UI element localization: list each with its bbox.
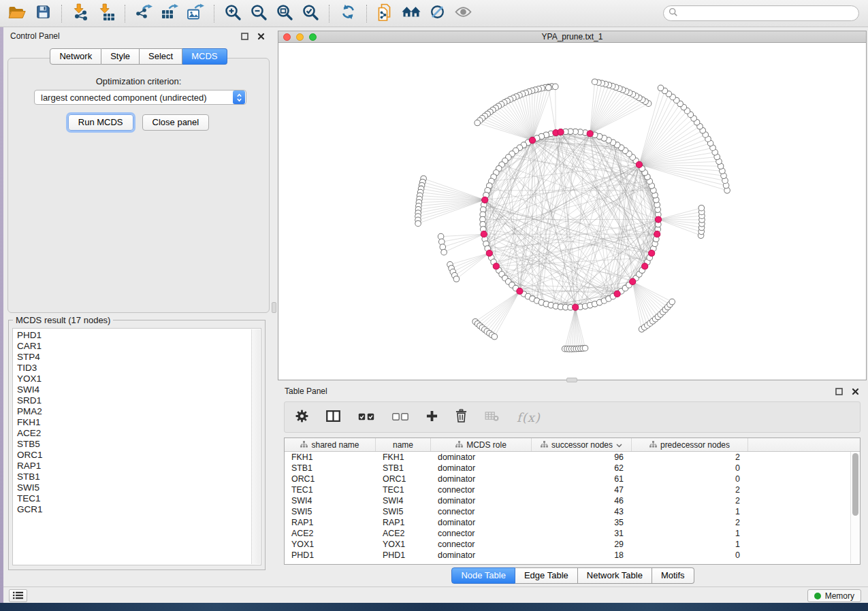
search-box[interactable] bbox=[663, 5, 859, 21]
close-panel-button[interactable]: Close panel bbox=[142, 114, 210, 131]
search-input[interactable] bbox=[681, 7, 858, 20]
network-node-mcds[interactable] bbox=[558, 129, 564, 135]
network-node-mcds[interactable] bbox=[493, 263, 499, 269]
network-node[interactable] bbox=[553, 84, 559, 90]
mcds-result-item[interactable]: STP4 bbox=[17, 352, 261, 363]
network-node-mcds[interactable] bbox=[481, 231, 487, 237]
show-all-networks-button[interactable] bbox=[400, 3, 422, 24]
network-node-mcds[interactable] bbox=[649, 250, 655, 256]
mcds-result-item[interactable]: STB5 bbox=[17, 439, 261, 450]
network-node-mcds[interactable] bbox=[529, 137, 535, 143]
export-table-button[interactable] bbox=[159, 3, 180, 24]
network-node[interactable] bbox=[441, 249, 447, 255]
tab-network-table[interactable]: Network Table bbox=[578, 567, 652, 584]
mcds-result-item[interactable]: SWI4 bbox=[17, 384, 261, 395]
network-node[interactable] bbox=[669, 299, 675, 305]
tab-style[interactable]: Style bbox=[101, 48, 140, 65]
network-node[interactable] bbox=[592, 79, 598, 85]
network-node[interactable] bbox=[658, 85, 664, 91]
network-node[interactable] bbox=[415, 220, 421, 227]
column-header-shared-name[interactable]: shared name bbox=[285, 438, 376, 451]
mcds-result-item[interactable]: FKH1 bbox=[17, 417, 261, 428]
import-table-button[interactable] bbox=[95, 3, 117, 24]
column-header-MCDS-role[interactable]: MCDS role bbox=[431, 438, 532, 451]
new-network-from-selection-button[interactable] bbox=[374, 3, 396, 24]
deselect-all-button[interactable] bbox=[392, 411, 408, 423]
network-node-mcds[interactable] bbox=[517, 288, 523, 294]
network-node-mcds[interactable] bbox=[486, 250, 492, 256]
mcds-result-item[interactable]: ACE2 bbox=[17, 428, 261, 439]
mcds-result-item[interactable]: PMA2 bbox=[17, 406, 261, 417]
network-node[interactable] bbox=[439, 239, 445, 245]
tab-node-table[interactable]: Node Table bbox=[451, 567, 515, 584]
network-node[interactable] bbox=[492, 333, 498, 340]
network-node-mcds[interactable] bbox=[587, 131, 593, 137]
column-header-successor-nodes[interactable]: successor nodes bbox=[532, 438, 632, 451]
memory-button[interactable]: Memory bbox=[807, 589, 861, 602]
float-panel-icon[interactable] bbox=[238, 31, 251, 42]
tab-network[interactable]: Network bbox=[50, 48, 101, 65]
run-mcds-button[interactable]: Run MCDS bbox=[68, 114, 133, 131]
export-network-button[interactable] bbox=[133, 3, 155, 24]
table-row[interactable]: RAP1RAP1dominator352 bbox=[285, 517, 860, 528]
network-node[interactable] bbox=[475, 120, 481, 126]
network-node-mcds[interactable] bbox=[573, 304, 579, 310]
table-scrollbar-thumb[interactable] bbox=[852, 453, 858, 516]
network-node[interactable] bbox=[453, 276, 460, 282]
table-row[interactable]: SWI5SWI5connector431 bbox=[285, 506, 860, 517]
network-node-mcds[interactable] bbox=[482, 197, 488, 203]
toggle-graphics-details-button[interactable] bbox=[426, 3, 448, 24]
tab-motifs[interactable]: Motifs bbox=[652, 567, 694, 584]
tab-select[interactable]: Select bbox=[140, 48, 182, 65]
export-image-button[interactable] bbox=[184, 3, 206, 24]
table-scrollbar[interactable] bbox=[850, 452, 860, 563]
tab-edge-table[interactable]: Edge Table bbox=[515, 567, 578, 584]
network-window-titlebar[interactable]: YPA_prune.txt_1 bbox=[278, 31, 867, 43]
split-panel-button[interactable] bbox=[326, 410, 340, 425]
table-row[interactable]: YOX1YOX1connector291 bbox=[285, 539, 860, 550]
network-node-mcds[interactable] bbox=[614, 291, 620, 297]
table-row[interactable]: SWI4SWI4dominator462 bbox=[285, 495, 860, 506]
table-row[interactable]: ORC1ORC1dominator610 bbox=[285, 474, 860, 484]
float-table-panel-icon[interactable] bbox=[833, 386, 845, 397]
mcds-result-item[interactable]: ORC1 bbox=[17, 450, 261, 461]
network-node-mcds[interactable] bbox=[654, 231, 660, 237]
mcds-list-scrollbar[interactable] bbox=[251, 329, 260, 564]
mcds-result-item[interactable]: YOX1 bbox=[17, 374, 261, 384]
network-node-mcds[interactable] bbox=[636, 161, 642, 167]
network-node[interactable] bbox=[698, 205, 705, 211]
mcds-result-item[interactable]: SWI5 bbox=[17, 482, 261, 493]
select-all-button[interactable] bbox=[358, 411, 374, 423]
network-node[interactable] bbox=[545, 85, 551, 91]
mcds-result-item[interactable]: CAR1 bbox=[17, 341, 261, 352]
network-graph[interactable] bbox=[278, 43, 866, 380]
vertical-splitter-handle[interactable] bbox=[272, 302, 276, 313]
zoom-fit-button[interactable] bbox=[274, 3, 295, 24]
settings-button[interactable] bbox=[295, 410, 308, 425]
save-session-button[interactable] bbox=[32, 3, 54, 24]
zoom-in-button[interactable] bbox=[222, 3, 244, 24]
table-row[interactable]: TEC1TEC1connector472 bbox=[285, 484, 860, 495]
mcds-result-item[interactable]: SRD1 bbox=[17, 395, 261, 406]
table-row[interactable]: FKH1FKH1dominator962 bbox=[285, 452, 860, 463]
column-header-predecessor-nodes[interactable]: predecessor nodes bbox=[632, 438, 748, 451]
network-canvas[interactable] bbox=[278, 43, 867, 380]
network-node-mcds[interactable] bbox=[630, 278, 636, 284]
network-node-mcds[interactable] bbox=[642, 263, 648, 269]
mcds-result-item[interactable]: RAP1 bbox=[17, 461, 261, 472]
tab-mcds[interactable]: MCDS bbox=[182, 48, 227, 65]
delete-columns-button[interactable] bbox=[455, 409, 467, 425]
table-row[interactable]: ACE2ACE2connector311 bbox=[285, 528, 860, 539]
mcds-result-item[interactable]: GCR1 bbox=[17, 504, 261, 515]
open-file-button[interactable] bbox=[6, 3, 28, 24]
mcds-result-item[interactable]: TID3 bbox=[17, 363, 261, 374]
mcds-result-item[interactable]: PHD1 bbox=[17, 330, 261, 341]
column-header-name[interactable]: name bbox=[376, 438, 431, 451]
network-node-mcds[interactable] bbox=[655, 216, 661, 222]
refresh-view-button[interactable] bbox=[337, 3, 359, 24]
status-menu-button[interactable] bbox=[9, 589, 27, 602]
horizontal-splitter-handle[interactable] bbox=[566, 378, 577, 382]
import-network-button[interactable] bbox=[69, 3, 91, 24]
optimization-criterion-select[interactable]: largest connected component (undirected) bbox=[34, 90, 246, 105]
network-node[interactable] bbox=[582, 345, 588, 351]
